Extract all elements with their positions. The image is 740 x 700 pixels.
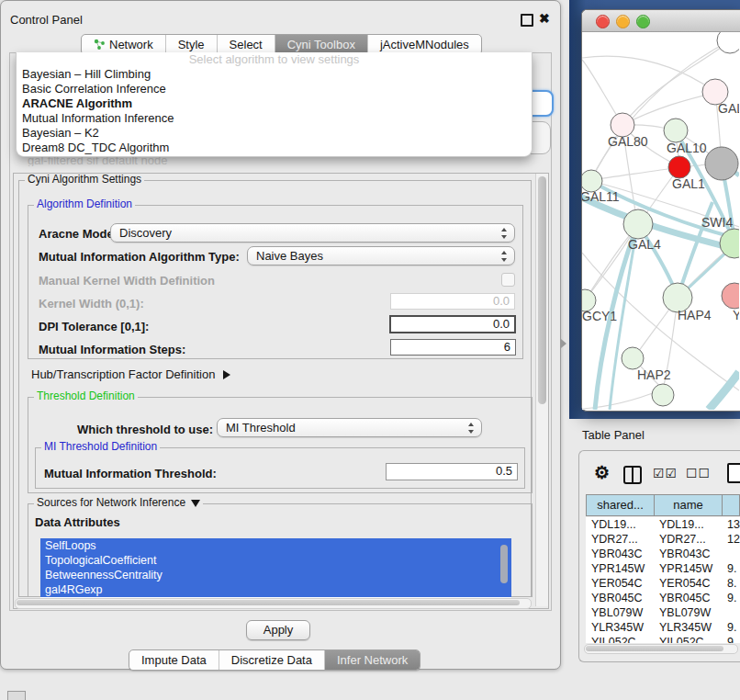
window-titlebar[interactable] [582,10,740,32]
tab-infer-network[interactable]: Infer Network [324,650,420,670]
aracne-mode-combo[interactable]: Discovery [110,223,515,243]
list-item[interactable]: gal4RGexp [40,582,511,597]
close-traffic-light[interactable] [596,15,610,28]
list-scrollbar-thumb[interactable] [500,545,508,583]
group-title: Sources for Network Inference [34,497,203,509]
aracne-mode-label: Aracne Mode: [39,227,118,241]
tab-discretize-data[interactable]: Discretize Data [219,650,324,670]
algorithm-dropdown-popup: Select algorithm to view settings Bayesi… [16,52,533,157]
table-row[interactable]: YER054CYER054C8. [586,576,740,591]
manual-kernel-width-checkbox[interactable] [501,273,515,287]
dpi-tolerance-label: DPI Tolerance [0,1]: [39,320,149,333]
node-label: GAL80 [608,134,648,149]
kernel-width-field[interactable]: 0.0 [390,293,515,310]
node-gal4[interactable] [623,209,653,239]
node-label: GAL1 [672,176,705,191]
tab-select[interactable]: Select [217,35,275,54]
minimize-traffic-light[interactable] [616,15,630,28]
node-label: GAL4 [628,237,661,252]
node-hap2[interactable] [622,347,644,369]
kernel-width-label: Kernel Width (0,1): [39,297,144,310]
cyni-bottom-tabs: Impute Data Discretize Data Infer Networ… [129,649,420,671]
table-row[interactable]: YIL052CYIL052C9 [586,635,740,643]
node-label: GAL [718,101,739,116]
table-row[interactable]: YBL079WYBL079W [586,605,740,620]
select-all-checkboxes-icon[interactable]: ☑☑ [653,466,678,480]
which-threshold-combo[interactable]: MI Threshold [217,418,482,437]
node-unlabeled[interactable] [717,32,739,53]
group-title: Algorithm Definition [34,198,135,210]
mi-threshold-field[interactable]: 0.5 [386,463,518,480]
network-icon [94,39,106,51]
hub-tf-definition-label: Hub/Transcription Factor Definition [31,367,215,381]
horizontal-scrollbar[interactable] [15,598,532,609]
vertical-scrollbar[interactable] [535,174,548,606]
dropdown-item[interactable]: Bayesian – K2 [17,126,532,141]
which-threshold-label: Which threshold to use: [77,423,213,436]
node-bottom[interactable] [652,384,674,406]
node-gray[interactable] [705,147,738,180]
gear-icon[interactable]: ⚙ [594,462,610,483]
stepper-arrows-icon [468,423,475,434]
table-row[interactable]: YBR043CYBR043C [586,547,740,561]
hub-tf-definition-expander[interactable]: Hub/Transcription Factor Definition [31,367,230,381]
panel-divider-arrow[interactable] [561,339,566,348]
float-window-icon[interactable] [521,14,533,27]
node-y[interactable] [722,283,739,309]
list-item[interactable]: SelfLoops [40,538,511,553]
screen: Control Panel ✖ Network Style Select Cyn… [0,0,740,700]
dropdown-item[interactable]: Basic Correlation Inference [17,82,532,96]
panel-title: Control Panel [10,13,83,27]
which-threshold-value: MI Threshold [226,421,296,435]
minimized-widget-icon[interactable] [7,691,26,700]
dropdown-item[interactable]: Bayesian – Hill Climbing [17,67,532,82]
table-row[interactable]: YDR27...YDR27...12 [586,532,740,547]
node-label: SWI4 [701,215,733,230]
data-attributes-list: SelfLoops TopologicalCoefficient Between… [40,538,511,599]
expander-collapsed-icon [223,370,230,379]
columns-icon[interactable] [623,466,642,484]
list-item[interactable]: BetweennessCentrality [40,568,511,582]
tab-network[interactable]: Network [82,35,165,54]
scrollbar-thumb[interactable] [586,646,723,651]
scrollbar-thumb[interactable] [538,176,546,404]
table-row[interactable]: YPR145WYPR145W9. [586,561,740,576]
tab-impute-data[interactable]: Impute Data [129,650,219,670]
mi-steps-label: Mutual Information Steps: [39,343,185,356]
node-gal10[interactable] [664,119,688,142]
close-icon[interactable]: ✖ [539,11,550,26]
table-horizontal-scrollbar[interactable] [584,644,738,654]
stepper-arrows-icon [501,228,508,239]
table-row[interactable]: YLR345WYLR345W9. [586,620,740,635]
mi-algorithm-type-combo[interactable]: Naive Bayes [247,246,515,265]
column-header-name[interactable]: name [655,495,723,515]
sources-title: Sources for Network Inference [37,496,185,509]
expander-expanded-icon[interactable] [191,500,200,507]
zoom-traffic-light[interactable] [636,15,650,28]
tab-cyni-toolbox[interactable]: Cyni Toolbox [275,35,367,54]
dropdown-item[interactable]: Dream8 DC_TDC Algorithm [17,141,532,155]
scrollbar-thumb[interactable] [17,600,520,605]
table-row[interactable]: YBR045CYBR045C9. [586,591,740,605]
table-header-row: shared... name [586,494,740,516]
tab-style[interactable]: Style [165,35,217,54]
group-title: Threshold Definition [34,390,138,402]
dpi-tolerance-field[interactable]: 0.0 [389,315,516,333]
deselect-all-checkboxes-icon[interactable]: ☐☐ [686,466,711,480]
mi-algorithm-type-value: Naive Bayes [256,249,323,263]
dropdown-item[interactable]: Mutual Information Inference [17,111,532,126]
group-title: Cyni Algorithm Settings [25,174,144,186]
list-item[interactable]: TopologicalCoefficient [40,553,511,568]
network-canvas[interactable]: GAL GAL80 GAL10 GAL1 GAL11 SWI4 GAL4 GCY… [582,32,739,410]
node-gal1[interactable] [668,156,690,178]
column-header-shared[interactable]: shared... [587,495,655,515]
tab-jactivemnodules[interactable]: jActiveMNodules [367,35,481,54]
document-icon[interactable] [727,463,740,483]
column-header-cut[interactable] [723,495,739,515]
dropdown-item-aracne[interactable]: ARACNE Algorithm [17,96,532,111]
table-body: YDL19...YDL19...13 YDR27...YDR27...12 YB… [586,517,740,643]
apply-button[interactable]: Apply [246,620,310,640]
node-label: GCY1 [582,309,617,323]
table-row[interactable]: YDL19...YDL19...13 [586,517,740,532]
mi-steps-field[interactable]: 6 [390,339,516,356]
